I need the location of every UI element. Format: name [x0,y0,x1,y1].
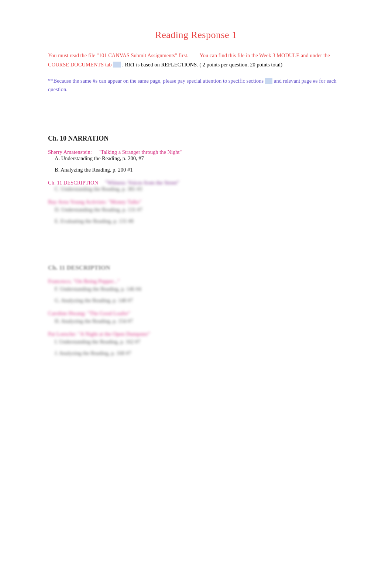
special-attention-block: **Because the same #s can appear on the … [48,77,344,94]
chapter2-heading: Ch. 11 DESCRIPTION [48,264,344,272]
author1-block: Sherry Amatenstein: "Talking a Stranger … [48,149,344,173]
author3-block: Bay Area Young Activists: "Money Talks" … [48,199,344,224]
chapter1-heading: Ch. 10 NARRATION [48,135,344,142]
spacer1 [48,109,344,120]
author5-name-blurred: Caroline Hwang: "The Good Loafer" [48,310,344,317]
author6-name-blurred: Pat Loesche: "A Night at the Open Dumpst… [48,331,344,337]
author6-block: Pat Loesche: "A Night at the Open Dumpst… [48,331,344,356]
author4-qf-blurred: F. Understanding the Reading, p. 146 #4 [55,286,344,292]
author6-qi-blurred: I. Understanding the Reading, p. 162 #7 [55,339,344,345]
intro-red-text1: You must read the file "101 CANVAS Submi… [48,52,189,58]
author6-qj-blurred: J. Analyzing the Reading, p. 168 #7 [55,350,344,356]
spacer4 [48,242,344,253]
page-title: Reading Response 1 [48,30,344,41]
intro-black-text: . RR1 is based on REFLECTIONS. ( 2 point… [122,62,282,68]
author2-name-line: Ch. 11 DESCRIPTION "Witness: Voices from… [48,180,344,186]
author2-block: Ch. 11 DESCRIPTION "Witness: Voices from… [48,180,344,192]
author1-name-text: Sherry Amatenstein: [48,149,92,155]
spacer3 [48,231,344,242]
author5-block: Caroline Hwang: "The Good Loafer" H. Ana… [48,310,344,324]
author1-name: Sherry Amatenstein: "Talking a Stranger … [48,149,344,155]
author3-qe-blurred: E. Evaluating the Reading, p. 131 #8 [55,218,344,224]
author1-qa: A. Understanding the Reading, p. 200, #7 [55,155,344,162]
highlight-tab [113,62,121,68]
highlight-sections [265,78,273,84]
author4-block: Francesco, "On Being Pepper..." F. Under… [48,278,344,304]
author4-name-blurred: Francesco, "On Being Pepper..." [48,278,344,284]
author4-qg-blurred: G. Analyzing the Reading, p. 148 #7 [55,297,344,304]
intro-block: You must read the file "101 CANVAS Submi… [48,51,344,69]
spacer2 [48,120,344,131]
author1-qb: B. Analyzing the Reading, p. 200 #1 [55,167,344,173]
author3-name-blurred: Bay Area Young Activists: "Money Talks" [48,199,344,205]
special-attention-text1: **Because the same #s can appear on the … [48,78,264,84]
author3-qd-blurred: D. Understanding the Reading, p. 131 #7 [55,207,344,213]
author2-qc-blurred: C. Understanding the Reading, p. 381 #3 [55,186,344,192]
author2-title-blurred: "Witness: Voices from the Street" [100,180,179,186]
author2-name-text: Ch. 11 DESCRIPTION [48,180,98,186]
author1-title-text: "Talking a Stranger through the Night" [93,149,182,155]
author5-qh-blurred: H. Analyzing the Reading, p. 154 #7 [55,318,344,324]
intro-gap [190,52,198,58]
